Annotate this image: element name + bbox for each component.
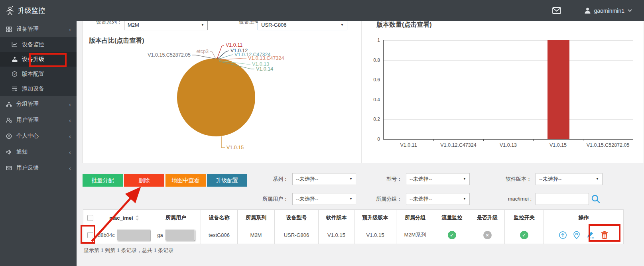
pie-label-8: V1.0.15	[226, 145, 244, 150]
select-arrow-icon: ▼	[596, 177, 599, 181]
sidebar-item-label: 设备升级	[22, 56, 44, 63]
charts-panel: 设备系列： M2M ▼ 设备型号: USR-G806 ▼ 版本占比(点击查看) …	[83, 14, 644, 163]
search-button[interactable]	[591, 194, 601, 204]
mac-imei-input[interactable]	[536, 193, 589, 205]
pie-leader-6	[210, 51, 216, 59]
pie-leader-7	[192, 55, 215, 59]
sw-version-filter-select[interactable]: --未选择-- ▼	[536, 173, 603, 185]
bar-xtick-label: V1.0.12.C47324	[440, 142, 476, 148]
mac-imei-filter-label: mac/imei :	[470, 196, 536, 202]
app-logo: 升级监控	[0, 6, 81, 16]
sidebar: 设备管理 ‹ 设备监控 设备升级	[0, 21, 77, 266]
sidebar-item-user-management[interactable]: 用户管理 ‹	[0, 112, 77, 128]
app-title: 升级监控	[18, 6, 45, 15]
pie-label-6: etcp3	[196, 49, 209, 54]
locate-action-button[interactable]	[573, 231, 580, 239]
collapse-chevron-icon: ‹	[69, 117, 71, 124]
col-mac-imei[interactable]: mac_imei	[97, 210, 151, 226]
edit-action-button[interactable]	[586, 231, 595, 239]
col-series: 所属系列	[238, 210, 275, 226]
sidebar-item-label: 添加设备	[22, 85, 44, 93]
col-monitor-switch: 监控开关	[505, 210, 544, 226]
is-upgraded-off-badge[interactable]: ×	[483, 231, 492, 239]
logo-figure-icon	[5, 6, 15, 16]
sidebar-item-notifications[interactable]: 通知 ‹	[0, 144, 77, 160]
version-icon: V	[11, 71, 18, 77]
monitor-switch-on-badge[interactable]: ✓	[520, 231, 528, 239]
bar-tickmark	[633, 139, 633, 141]
group-filter-value: --未选择--	[410, 195, 432, 203]
select-arrow-icon: ▼	[463, 197, 466, 201]
device-table: mac_imei 所属用户 设备名称 所属系列 设备型号 软件版本 预升级版本 …	[83, 209, 624, 244]
top-bar: 升级监控 gaominmin1	[0, 0, 644, 21]
upgrade-config-button[interactable]: 升级配置	[207, 174, 247, 187]
sidebar-item-device-management[interactable]: 设备管理 ‹	[0, 21, 77, 37]
collapse-chevron-icon: ‹	[69, 133, 71, 140]
user-menu[interactable]: gaominmin1	[584, 7, 632, 14]
sidebar-item-label: 个人中心	[16, 132, 39, 140]
select-all-checkbox[interactable]	[87, 215, 93, 221]
col-is-upgraded: 是否升级	[470, 210, 505, 226]
bar-ytick-label: 0	[377, 136, 380, 142]
sidebar-item-version-config[interactable]: V 版本配置	[0, 67, 77, 81]
sidebar-submenu-device: 设备监控 设备升级 V	[0, 37, 77, 96]
col-traffic-monitor: 流量监控	[434, 210, 470, 226]
bar-gridline	[384, 100, 633, 100]
sw-version-cell: V1.0.15	[319, 226, 354, 244]
select-arrow-icon: ▼	[201, 23, 204, 27]
pie-slice-dominant[interactable]	[177, 58, 255, 136]
redacted-owner-box	[165, 229, 195, 240]
series-filter-label: 系列：	[258, 175, 292, 183]
device-series-value: M2M	[128, 22, 139, 28]
group-filter-select[interactable]: --未选择-- ▼	[406, 193, 470, 205]
bar-chart[interactable]: 00.20.40.60.81V1.0.11V1.0.12.C47324V1.0.…	[383, 40, 633, 140]
pie-label-0: V1.0.11	[226, 42, 242, 48]
sidebar-item-label: 用户反馈	[16, 164, 39, 171]
device-name-cell: testG806	[201, 226, 238, 244]
mac-imei-input-wrap	[536, 193, 603, 205]
collapse-chevron-icon: ‹	[69, 165, 71, 171]
owner-filter-select[interactable]: --未选择-- ▼	[292, 193, 356, 205]
bar-V1.0.15[interactable]	[547, 40, 569, 139]
sidebar-item-add-device[interactable]: 添加设备	[0, 81, 77, 96]
bar-chart-title[interactable]: 版本数量(点击查看)	[376, 21, 432, 29]
trash-icon	[601, 231, 609, 239]
sidebar-item-device-monitor[interactable]: 设备监控	[0, 37, 77, 52]
pie-leader-0	[217, 45, 224, 59]
router-upgrade-icon	[11, 56, 18, 63]
bar-tickmark	[433, 139, 434, 141]
monitor-chart-icon	[11, 41, 18, 48]
row-checkbox[interactable]	[87, 232, 93, 238]
grid-icon	[6, 26, 12, 33]
delete-action-button[interactable]	[601, 231, 609, 239]
traffic-monitor-on-badge[interactable]: ✓	[448, 231, 456, 239]
model-filter-select[interactable]: --未选择-- ▼	[406, 173, 470, 185]
sidebar-item-device-upgrade[interactable]: 设备升级	[0, 52, 77, 67]
pie-chart[interactable]: V1.0.11 V1.0.12 V1.0.12.C47324 V1.0.13.C…	[131, 34, 354, 166]
messages-button[interactable]	[552, 7, 561, 14]
sidebar-item-personal-center[interactable]: 个人中心 ‹	[0, 128, 77, 144]
main-content: 设备系列： M2M ▼ 设备型号: USR-G806 ▼ 版本占比(点击查看) …	[77, 21, 644, 266]
bar-ytick-label: 1	[377, 37, 380, 43]
delete-button[interactable]: 删除	[124, 174, 164, 187]
bar-gridline	[384, 60, 633, 61]
toolbar: 批量分配 删除 地图中查看 升级配置	[83, 174, 247, 187]
series-filter-select[interactable]: --未选择-- ▼	[292, 173, 356, 185]
bar-ytick-label: 0.6	[373, 77, 380, 83]
feedback-envelope-icon	[6, 165, 12, 171]
sidebar-item-group-management[interactable]: 分组管理 ‹	[0, 96, 77, 112]
panel-divider	[361, 14, 362, 163]
sort-icon[interactable]	[136, 215, 139, 221]
batch-assign-button[interactable]: 批量分配	[83, 174, 123, 187]
col-label: mac_imei	[109, 215, 133, 221]
row-actions	[544, 231, 623, 239]
speaker-icon	[6, 149, 12, 156]
pie-label-3: V1.0.13.C47324	[248, 55, 284, 61]
collapse-chevron-icon: ‹	[69, 149, 71, 156]
pre-upgrade-cell: V1.0.15	[354, 226, 396, 244]
map-view-button[interactable]: 地图中查看	[165, 174, 206, 187]
sidebar-item-user-feedback[interactable]: 用户反馈 ‹	[0, 160, 77, 176]
bar-tickmark	[533, 139, 534, 141]
upgrade-action-button[interactable]	[559, 231, 567, 239]
bar-gridline	[384, 119, 633, 120]
